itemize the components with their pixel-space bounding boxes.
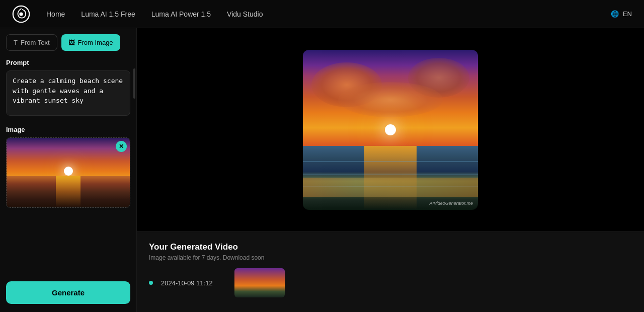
wave-line-2 [303,174,478,175]
image-sun [385,124,396,135]
remove-image-button[interactable]: ✕ [116,141,127,152]
thumb-image [234,268,285,297]
tab-from-image[interactable]: 🖼 From Image [61,34,120,51]
text-icon: T [14,39,18,46]
image-section: Image ✕ [0,122,136,212]
tab-row: T From Text 🖼 From Image [0,28,136,51]
video-section-subtitle: Image available for 7 days. Download soo… [149,254,632,261]
sidebar: T From Text 🖼 From Image Prompt Image [0,28,137,312]
header-right: 🌐 EN [611,10,632,18]
globe-icon: 🌐 [611,10,619,18]
nav-luma-free[interactable]: Luma AI 1.5 Free [81,8,135,20]
video-section: Your Generated Video Image available for… [137,231,644,312]
prompt-label: Prompt [6,59,130,66]
main-image-area: AIVideoGenerator.me [137,28,644,231]
prompt-section: Prompt [0,51,136,122]
image-preview [7,138,130,207]
prompt-input[interactable] [6,70,130,116]
nav-luma-power[interactable]: Luma AI Power 1.5 [151,8,211,20]
cloud-3 [338,82,443,117]
nav-home[interactable]: Home [46,8,65,20]
generated-image: AIVideoGenerator.me [303,50,478,210]
logo[interactable] [12,5,30,23]
preview-reflection [56,176,80,207]
main-image-frame: AIVideoGenerator.me [303,50,478,210]
shoreline [303,178,478,197]
video-status-dot [149,281,153,285]
video-thumbnail[interactable] [234,268,285,297]
watermark: AIVideoGenerator.me [429,201,473,206]
tab-from-text[interactable]: T From Text [6,34,57,51]
generate-button[interactable]: Generate [6,281,130,304]
image-upload-area[interactable]: ✕ [6,137,130,208]
image-icon: 🖼 [68,39,75,46]
image-label: Image [6,126,130,133]
wave-line-1 [303,161,478,162]
preview-sun [64,167,73,176]
nav-vidu[interactable]: Vidu Studio [227,8,263,20]
main-layout: T From Text 🖼 From Image Prompt Image [0,28,644,312]
video-section-title: Your Generated Video [149,242,632,252]
scroll-handle [133,68,135,99]
language-label[interactable]: EN [623,10,632,18]
header: Home Luma AI 1.5 Free Luma AI Power 1.5 … [0,0,644,28]
svg-point-1 [19,12,23,16]
main-nav: Home Luma AI 1.5 Free Luma AI Power 1.5 … [46,8,611,20]
video-entry: 2024-10-09 11:12 [149,268,632,297]
video-timestamp: 2024-10-09 11:12 [161,279,226,287]
content-area: AIVideoGenerator.me Your Generated Video… [137,28,644,312]
